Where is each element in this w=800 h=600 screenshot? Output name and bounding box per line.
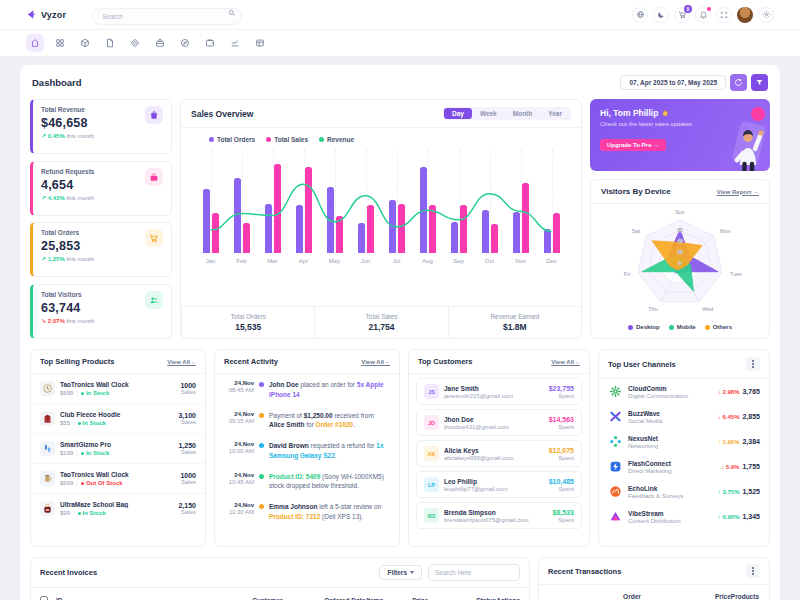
customer-row[interactable]: JS Jane Smith janesmith215@gmail.com $23… — [416, 378, 582, 405]
channel-row[interactable]: VibeStream Content Distribution ↑ 0.95% … — [599, 504, 769, 529]
x-axis-label: Oct — [485, 258, 494, 264]
invoices-search-input[interactable] — [428, 564, 520, 581]
total-orders-bar — [389, 200, 396, 253]
column-header[interactable]: Items — [366, 597, 412, 600]
channel-logo-icon — [608, 509, 623, 524]
stock-dot — [81, 482, 84, 485]
activity-view-all-link[interactable]: View All→ — [361, 359, 390, 365]
topbar-actions: 0 — [632, 7, 774, 23]
customer-amount: $8,533 — [553, 509, 574, 516]
stat-change: ↗ 4.43% this month — [41, 194, 94, 201]
product-row[interactable]: TaoTronics Wall Clock $699|Out Of Stock … — [31, 464, 205, 494]
range-tab[interactable]: Month — [505, 108, 541, 119]
bar-group: May — [319, 149, 350, 269]
column-header[interactable]: Customer — [252, 597, 324, 600]
column-header[interactable]: Price — [412, 597, 460, 600]
date-range-picker[interactable]: 07, Apr 2025 to 07, May 2025 — [620, 75, 726, 90]
column-header[interactable]: Ordered Date — [324, 597, 366, 600]
customer-row[interactable]: BS Brenda Simpson brendasimpson075@gmail… — [416, 502, 582, 529]
channel-row[interactable]: CloudComm Digital Communication ↓ 2.98% … — [599, 379, 769, 404]
topbar: Vyzor 0 — [0, 0, 800, 30]
nav-widgets-icon[interactable] — [251, 34, 269, 52]
activity-item: 24,Nov 11:30 AM Emma Johnson left a 5-st… — [215, 496, 399, 527]
nav-crm-icon[interactable] — [176, 34, 194, 52]
nav-analytics-icon[interactable] — [226, 34, 244, 52]
product-name: Club Fleece Hoodie — [60, 411, 178, 418]
activity-time: 08:45 AM — [224, 387, 254, 393]
nav-grid-icon[interactable] — [51, 34, 69, 52]
nav-crypto-icon[interactable] — [201, 34, 219, 52]
brand-logo-icon — [26, 9, 37, 20]
user-avatar[interactable] — [737, 7, 753, 23]
x-axis-label: Aug — [422, 258, 433, 264]
range-tab[interactable]: Year — [540, 108, 570, 119]
customer-row[interactable]: AK Alicia Keys aliciakeys995@gmail.com $… — [416, 440, 582, 467]
column-header[interactable]: Order — [549, 593, 715, 600]
brand-logo[interactable]: Vyzor — [26, 9, 66, 20]
product-row[interactable]: TaoTronics Wall Clock $699|In Stock 1000… — [31, 374, 205, 404]
sales-overview-title: Sales Overview — [191, 109, 253, 119]
channel-row[interactable]: FlashConnect Direct Marketing ↓ 5.9% 1,7… — [599, 454, 769, 479]
bar-group: Feb — [226, 149, 257, 269]
product-row[interactable]: UltraMaze School Bag $99|In Stock 2,150 … — [31, 494, 205, 523]
activity-date: 24,Nov — [224, 380, 254, 386]
channel-change: 0.95% — [722, 514, 739, 520]
settings-gear-icon[interactable] — [758, 7, 774, 23]
legend-item[interactable]: Desktop — [628, 324, 660, 330]
select-all-checkbox[interactable] — [40, 596, 48, 600]
column-header[interactable]: Actions — [496, 597, 520, 600]
customer-row[interactable]: JD Jhon Doe jhondoe431@gmail.com $14,563… — [416, 409, 582, 436]
stock-dot — [78, 512, 81, 515]
product-price: $99 — [60, 510, 70, 516]
column-header[interactable]: ID — [56, 597, 252, 600]
nav-jobs-icon[interactable] — [151, 34, 169, 52]
legend-item[interactable]: Total Orders — [209, 136, 255, 143]
nav-home-icon[interactable] — [26, 34, 44, 52]
product-row[interactable]: Club Fleece Hoodie $55|In Stock 3,100 Sa… — [31, 404, 205, 434]
upgrade-promo-card: Hi, Tom Phillip Check out the latest sal… — [590, 99, 770, 171]
product-row[interactable]: SmartGizmo Pro $199|In Stock 1,250 Sales — [31, 434, 205, 464]
filters-button[interactable]: Filters — [379, 565, 422, 580]
range-tab[interactable]: Day — [444, 108, 472, 119]
summary-cell: Total Orders 15,535 — [181, 307, 314, 338]
activity-dot — [259, 504, 264, 509]
bar-group: Jun — [350, 149, 381, 269]
language-globe-icon[interactable] — [632, 7, 648, 23]
column-header[interactable]: Products — [731, 593, 759, 600]
stat-label: Total Revenue — [41, 106, 94, 113]
cart-icon[interactable]: 0 — [674, 7, 690, 23]
nav-apps-icon[interactable] — [76, 34, 94, 52]
nav-nft-icon[interactable] — [126, 34, 144, 52]
bar-group: Aug — [412, 149, 443, 269]
customer-row[interactable]: LP Leo Phillip leophillip77@gmail.com $1… — [416, 471, 582, 498]
legend-item[interactable]: Mobile — [669, 324, 696, 330]
legend-item[interactable]: Total Sales — [266, 136, 308, 143]
channel-row[interactable]: NexusNet Networking ↑ 1.95% 2,384 — [599, 429, 769, 454]
legend-item[interactable]: Revenue — [319, 136, 354, 143]
stat-icon — [145, 106, 163, 124]
refresh-button[interactable] — [730, 74, 747, 91]
fullscreen-icon[interactable] — [716, 7, 732, 23]
stat-value: $46,658 — [41, 116, 94, 130]
x-axis-label: Mar — [267, 258, 277, 264]
nav-pages-icon[interactable] — [101, 34, 119, 52]
upgrade-pro-button[interactable]: Upgrade To Pro → — [600, 139, 666, 151]
products-view-all-link[interactable]: View All→ — [167, 359, 196, 365]
channel-row[interactable]: EchoLink Feedback & Surveys ↑ 3.75% 1,52… — [599, 479, 769, 504]
filter-button[interactable] — [751, 74, 768, 91]
search-input[interactable] — [92, 8, 242, 25]
channel-row[interactable]: BuzzWave Social Media ↓ 6.45% 2,855 — [599, 404, 769, 429]
search-icon[interactable] — [228, 9, 236, 17]
column-header[interactable]: Status — [460, 597, 496, 600]
svg-text:Wed: Wed — [702, 306, 713, 312]
channels-menu-button[interactable] — [746, 357, 760, 371]
transactions-menu-button[interactable] — [746, 564, 760, 578]
view-report-link[interactable]: View Report → — [717, 189, 759, 195]
customers-view-all-link[interactable]: View All→ — [551, 359, 580, 365]
legend-item[interactable]: Others — [705, 324, 732, 330]
notifications-bell-icon[interactable] — [695, 7, 711, 23]
stat-change: ↗ 0.45% this month — [41, 132, 94, 139]
column-header[interactable]: Price — [715, 593, 731, 600]
dark-mode-moon-icon[interactable] — [653, 7, 669, 23]
range-tab[interactable]: Week — [472, 108, 505, 119]
